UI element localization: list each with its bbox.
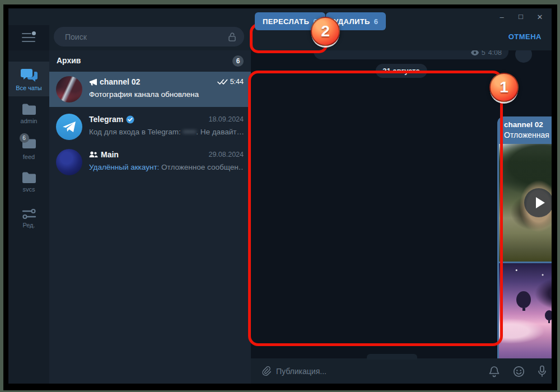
chat-last-message: Код для входа в Telegram: •••••. Не дава… [89,128,244,136]
avatar [56,76,82,102]
sidebar-item-label: Все чаты [16,85,42,91]
sidebar-item-feed[interactable]: 6 feed [8,133,49,165]
folder-icon [21,171,37,184]
double-check-icon [217,79,228,85]
minimize-button[interactable]: – [492,8,511,25]
message-input[interactable] [276,358,461,384]
delete-count: 6 [374,17,379,26]
chat-last-message: Удалённый аккаунт: Отложенное сообщен… [89,163,244,171]
chat-row-main[interactable]: Main 29.08.2024 Удалённый аккаунт: Отлож… [49,144,251,180]
play-button[interactable] [524,188,552,217]
sidebar-item-svcs[interactable]: svcs [8,169,49,200]
forward-label: ПЕРЕСЛАТЬ [263,17,309,26]
archive-badge: 6 [232,55,244,67]
voice-message-button[interactable] [535,365,549,378]
sidebar-item-all-chats[interactable]: Все чаты [8,62,49,96]
video-thumb-deer[interactable] [499,144,552,262]
sidebar-item-admin[interactable]: admin [8,101,49,132]
chat-title: Telegram [89,115,123,124]
smiley-icon [513,366,525,377]
chat-row-telegram[interactable]: Telegram 18.09.2024 Код для входа в Tele… [49,109,251,144]
search-box[interactable] [54,27,244,46]
maximize-button[interactable]: ☐ [511,8,530,25]
emoji-button[interactable] [512,365,525,378]
lock-icon[interactable] [228,32,236,41]
chat-last-message: Фотография канала обновлена [89,90,244,99]
group-icon [89,151,98,158]
archive-label: Архив [57,56,81,65]
sidebar-item-label: admin [21,118,38,124]
sidebar-item-label: feed [23,153,35,160]
avatar [56,149,82,175]
folder-sidebar: Все чаты admin 6 feed svcs Ред. [8,50,49,384]
search-input[interactable] [65,27,216,46]
chat-title: Main [101,150,119,159]
blurred-login-code: ••••• [183,128,197,136]
main-menu-button[interactable] [22,32,36,43]
delete-label: УДАЛИТЬ [334,17,370,26]
chat-list: Архив 6 channel 02 5:44 Фотография канал… [49,50,251,384]
telegram-plane-icon [62,121,77,133]
message-text: Отложенная публикация на смартфоне [504,130,552,139]
chat-date: 18.09.2024 [208,115,244,123]
sidebar-item-edit-folders[interactable]: Ред. [8,204,49,236]
channel-message[interactable]: channel 02 Отложенная публикация на смар… [497,116,552,382]
message-channel-name[interactable]: channel 02 [504,120,552,129]
verified-badge-icon [126,115,134,124]
chat-title: channel 02 [100,77,140,86]
paperclip-icon [261,366,272,377]
eye-icon [471,50,479,55]
annotation-number-2: 2 [311,17,340,46]
archive-header[interactable]: Архив 6 [49,50,251,72]
bell-icon [489,366,500,377]
microphone-icon [538,365,547,377]
notifications-toggle-button[interactable] [487,365,501,378]
sidebar-item-label: Ред. [22,222,35,228]
telegram-window: – ☐ ✕ 5 4:08 31 августа channel 02 Отлож… [8,8,552,384]
avatar [56,114,82,140]
chats-icon [21,68,38,83]
message-header: channel 02 Отложенная публикация на смар… [497,116,552,144]
megaphone-icon [89,78,97,86]
chat-date: 29.08.2024 [208,151,244,158]
attach-button[interactable] [260,365,273,378]
close-button[interactable]: ✕ [530,8,549,25]
folder-unread-badge: 6 [20,133,29,143]
menu-unread-dot [32,31,36,35]
composer-bar [251,358,552,384]
annotation-number-1: 1 [489,73,519,102]
sidebar-item-label: svcs [23,186,35,193]
sliders-icon [22,208,36,220]
date-chip[interactable]: 31 августа [375,64,427,78]
folder-icon [21,103,37,116]
menu-area [8,25,49,50]
chat-row-channel02[interactable]: channel 02 5:44 Фотография канала обновл… [49,72,251,107]
media-grid: 9 0:58 [499,144,552,380]
chat-time: 5:44 [230,78,244,86]
cancel-selection-button[interactable]: ОТМЕНА [508,32,542,41]
